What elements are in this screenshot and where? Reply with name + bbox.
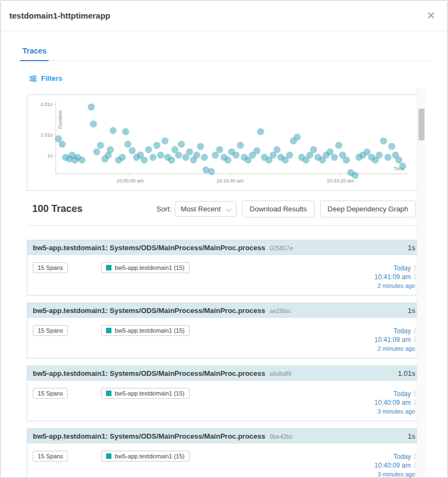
trace-point[interactable] [399, 163, 406, 170]
trace-point[interactable] [294, 134, 301, 141]
trace-relative-time-link[interactable]: 2 minutes ago [378, 345, 415, 352]
trace-date-link[interactable]: Today [393, 264, 411, 272]
trace-title: bw5-app.testdomain1: Systems/ODS/MainPro… [33, 244, 266, 252]
trace-point[interactable] [274, 146, 281, 154]
modal-header: testdomain1-httptimerapp ✕ [1, 1, 447, 31]
trace-point[interactable] [93, 149, 101, 156]
trace-point[interactable] [125, 141, 132, 148]
trace-point[interactable] [254, 147, 261, 155]
trace-point[interactable] [396, 157, 403, 164]
separator [415, 274, 415, 280]
service-chip: bw5-app.testdomain1 (15) [101, 325, 190, 336]
scrollbar[interactable] [417, 88, 425, 477]
trace-point[interactable] [59, 141, 66, 148]
trace-time-link[interactable]: 10:41:09 am [374, 273, 411, 281]
trace-point[interactable] [286, 152, 293, 159]
filters-label: Filters [41, 74, 62, 82]
separator [415, 462, 415, 468]
trace-point[interactable] [385, 154, 392, 161]
trace-point[interactable] [168, 157, 175, 164]
trace-point[interactable] [335, 142, 343, 149]
trace-card-header[interactable]: bw5-app.testdomain1: Systems/ODS/MainPro… [27, 240, 421, 255]
trace-duration: 1s [408, 244, 415, 252]
scatter-plot[interactable]: 1.01s 1.01s 1s 10:00:00 am 10:16:40 am 1… [27, 95, 411, 190]
trace-card-body: 15 Spans bw5-app.testdomain1 (15) Today … [27, 318, 421, 358]
trace-point[interactable] [388, 143, 396, 150]
trace-card-body: 15 Spans bw5-app.testdomain1 (15) Today … [27, 255, 421, 295]
trace-card-header[interactable]: bw5-app.testdomain1: Systems/ODS/MainPro… [27, 303, 421, 318]
trace-date-link[interactable]: Today [393, 453, 411, 461]
trace-card-body: 15 Spans bw5-app.testdomain1 (15) Today … [27, 444, 421, 478]
trace-card[interactable]: bw5-app.testdomain1: Systems/ODS/MainPro… [27, 428, 421, 478]
trace-point[interactable] [157, 152, 164, 159]
trace-time-link[interactable]: 10:41:09 am [374, 336, 411, 344]
trace-id: 9be42bc [270, 433, 293, 440]
trace-point[interactable] [233, 152, 240, 159]
trace-point[interactable] [162, 138, 169, 145]
trace-relative-time-link[interactable]: 3 minutes ago [378, 408, 415, 415]
trace-date-link[interactable]: Today [393, 327, 411, 335]
trace-time-block: Today 10:40:09 am 3 minutes ago [374, 452, 415, 478]
trace-point[interactable] [216, 146, 223, 154]
trace-date-link[interactable]: Today [393, 390, 411, 398]
trace-point[interactable] [186, 149, 193, 156]
trace-point[interactable] [380, 138, 387, 145]
trace-title: bw5-app.testdomain1: Systems/ODS/MainPro… [33, 306, 266, 315]
tab-traces[interactable]: Traces [20, 43, 49, 61]
separator [415, 399, 415, 405]
span-count-chip: 15 Spans [33, 451, 68, 462]
trace-point[interactable] [141, 157, 148, 164]
trace-point[interactable] [129, 147, 136, 155]
trace-point[interactable] [257, 128, 264, 135]
trace-card-header[interactable]: bw5-app.testdomain1: Systems/ODS/MainPro… [27, 366, 421, 381]
trace-point[interactable] [331, 154, 338, 161]
trace-card[interactable]: bw5-app.testdomain1: Systems/ODS/MainPro… [27, 240, 421, 296]
trace-point[interactable] [150, 154, 157, 161]
trace-point[interactable] [110, 127, 117, 134]
download-results-button[interactable]: Download Results [242, 200, 315, 217]
trace-card-header[interactable]: bw5-app.testdomain1: Systems/ODS/MainPro… [27, 429, 421, 444]
trace-point[interactable] [178, 141, 185, 148]
trace-point[interactable] [90, 121, 97, 128]
trace-point[interactable] [208, 168, 215, 175]
trace-point[interactable] [193, 152, 201, 159]
trace-time-link[interactable]: 10:40:09 am [374, 462, 411, 469]
trace-id: a5d6df9 [270, 370, 292, 377]
deep-dependency-graph-button[interactable]: Deep Dependency Graph [320, 200, 416, 217]
trace-point[interactable] [225, 157, 232, 164]
trace-point[interactable] [352, 172, 359, 179]
trace-search-modal: testdomain1-httptimerapp ✕ Traces Filter… [0, 0, 448, 478]
trace-point[interactable] [237, 142, 244, 149]
trace-point[interactable] [376, 152, 383, 159]
trace-point[interactable] [145, 146, 152, 154]
sort-select[interactable]: Most Recent [175, 201, 237, 217]
trace-point[interactable] [310, 146, 317, 154]
trace-point[interactable] [197, 143, 204, 150]
trace-point[interactable] [107, 146, 114, 154]
trace-point[interactable] [201, 154, 208, 161]
trace-point[interactable] [122, 128, 129, 135]
trace-title: bw5-app.testdomain1: Systems/ODS/MainPro… [33, 369, 266, 377]
separator [415, 391, 415, 397]
close-icon[interactable]: ✕ [427, 10, 435, 21]
trace-count: 100 Traces [32, 203, 82, 215]
y-tick-label: 1.01s [40, 132, 53, 138]
trace-point[interactable] [175, 152, 182, 159]
trace-point[interactable] [97, 142, 104, 149]
service-chip-label: bw5-app.testdomain1 (15) [115, 327, 185, 334]
filters-toggle[interactable]: Filters [29, 74, 89, 82]
x-tick-label: 10:16:40 am [216, 178, 244, 184]
trace-point[interactable] [154, 142, 161, 149]
trace-point[interactable] [119, 154, 126, 161]
trace-point[interactable] [343, 157, 350, 164]
trace-relative-time-link[interactable]: 3 minutes ago [378, 471, 415, 477]
trace-card[interactable]: bw5-app.testdomain1: Systems/ODS/MainPro… [27, 303, 421, 358]
trace-point[interactable] [88, 104, 95, 111]
trace-point[interactable] [79, 157, 86, 164]
scrollbar-thumb[interactable] [418, 109, 425, 140]
duration-scatter-panel: 1.01s 1.01s 1s 10:00:00 am 10:16:40 am 1… [27, 95, 421, 191]
service-color-swatch [106, 265, 111, 270]
trace-time-link[interactable]: 10:40:09 am [374, 399, 411, 406]
trace-relative-time-link[interactable]: 2 minutes ago [378, 282, 415, 289]
trace-card[interactable]: bw5-app.testdomain1: Systems/ODS/MainPro… [27, 365, 421, 421]
